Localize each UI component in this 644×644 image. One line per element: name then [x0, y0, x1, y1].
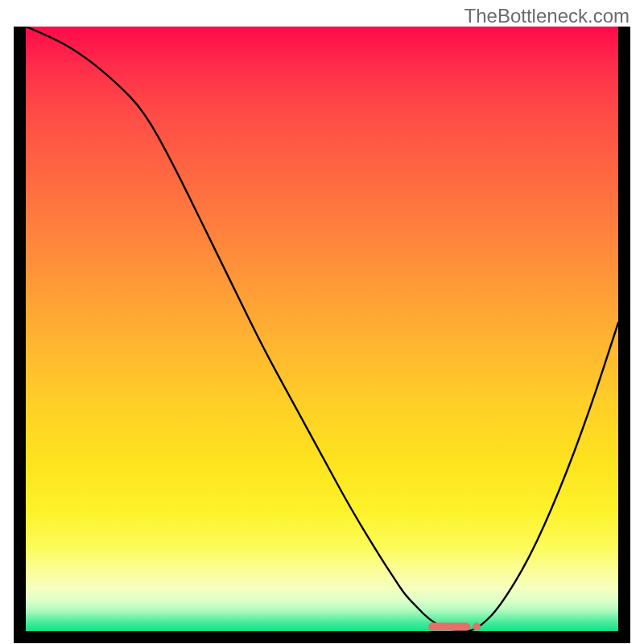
optimal-marker [428, 623, 470, 630]
watermark-label: TheBottleneck.com [464, 5, 630, 27]
curve-svg [26, 27, 618, 631]
plot-area [26, 27, 618, 631]
optimal-marker-end [473, 623, 481, 630]
chart-container: TheBottleneck.com [0, 0, 644, 644]
bottleneck-curve [26, 27, 618, 631]
